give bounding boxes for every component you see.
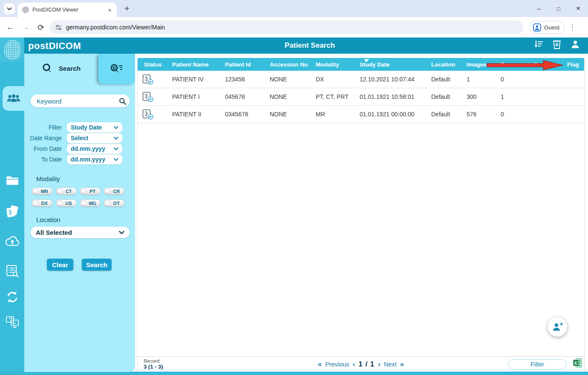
modality-toggle-mr[interactable]: MR [32,188,52,195]
browser-tab[interactable]: PostDICOM Viewer × [18,3,117,17]
filter-select[interactable]: Study Date [67,122,122,133]
record-label: Record [144,358,163,364]
images-stack-icon [5,205,20,219]
user-icon[interactable] [570,39,580,49]
page-title: Patient Search [285,41,335,50]
window-close-button[interactable]: × [568,4,588,13]
row-location: Default [425,106,460,123]
row-study-date: 01.01.1921 10:58:01 [353,88,425,105]
profile-avatar-icon [533,23,541,32]
reload-button[interactable]: ⟳ [33,23,49,32]
from-date-select[interactable]: dd.mm.yyyy [67,144,122,154]
cloud-upload-icon [5,235,20,247]
toggle-knob [33,188,38,194]
row-images: 576 [460,106,494,123]
location-value: All Selected [36,229,119,236]
add-patient-icon [552,322,563,332]
export-excel-button[interactable]: X [573,358,582,369]
row-documents-count: 1 [494,88,561,105]
tab-close-icon[interactable]: × [107,6,112,14]
row-modality: MR [309,106,353,123]
modality-label: Modality [36,175,60,182]
main-content: Status Patient Name Patient Id Accession… [135,54,588,372]
first-page-icon[interactable]: « [318,360,322,369]
row-accession-no: NONE [263,88,309,105]
share-screens-icon [6,316,19,329]
previous-button[interactable]: Previous [325,361,349,368]
forward-button[interactable]: → [18,23,33,32]
location-select[interactable]: All Selected [31,227,130,238]
profile-button[interactable]: Guest [529,21,565,34]
sidebar-item-upload[interactable] [0,232,24,251]
site-info-icon[interactable] [55,25,62,30]
table-row[interactable]: PATIENT IV 123456 NONE DX 12.10.2021 10:… [138,71,584,88]
sidebar-item-share-screen[interactable] [0,313,24,332]
new-tab-button[interactable]: + [121,3,133,14]
keyword-input[interactable] [31,95,130,107]
modality-toggle-cr[interactable]: CR [104,188,124,195]
sidebar-item-worklist[interactable] [0,262,24,280]
sidebar-item-folders[interactable] [0,171,24,190]
col-flag[interactable]: Flag [561,58,584,71]
worklist-search-icon [6,265,19,277]
sidebar-item-patients[interactable] [3,86,24,111]
row-location: Default [425,71,460,88]
col-accession-no[interactable]: Accession No [263,58,309,71]
col-patient-name[interactable]: Patient Name [166,58,219,71]
back-button[interactable]: ← [3,23,18,32]
table-row[interactable]: PATIENT I 045678 NONE PT, CT, PRT 01.01.… [138,88,584,106]
col-status[interactable]: Status [138,58,166,71]
page-indicator: 1 / 1 [358,360,375,369]
record-count: 3 (1 - 3) [144,364,163,370]
toggle-knob [57,200,63,206]
sidebar-item-studies[interactable] [0,202,24,221]
modality-toggle-us[interactable]: US [56,199,77,207]
tab-search-button[interactable] [4,3,15,14]
brain-logo-icon [4,40,21,60]
window-minimize-button[interactable]: – [529,5,549,12]
tab-search[interactable]: Search [24,54,98,84]
modality-toggle-ot[interactable]: OT [104,199,124,207]
url-bar[interactable]: germany.postdicom.com/Viewer/Main [49,20,523,34]
row-flag [561,106,584,123]
date-range-select[interactable]: Select [67,133,122,143]
last-page-icon[interactable]: » [400,360,404,369]
next-button[interactable]: Next [384,361,397,368]
next-page-icon[interactable]: › [378,360,380,369]
sort-descending-icon[interactable] [533,39,544,49]
row-study-date: 01.01.1921 00:00:00 [353,106,425,123]
to-date-row: To Date dd.mm.yyyy [24,154,122,164]
chevron-down-icon [114,158,118,161]
col-location[interactable]: Location [425,58,460,71]
tab-advanced-search[interactable] [98,54,135,84]
from-date-value: dd.mm.yyyy [71,145,114,152]
row-flag [561,71,584,88]
previous-page-icon[interactable]: ‹ [353,360,355,369]
browser-menu-button[interactable]: ⋮ [565,23,579,32]
window-maximize-button[interactable]: □ [549,6,568,12]
col-modality[interactable]: Modality [309,58,353,71]
modality-toggle-dx[interactable]: DX [32,199,52,207]
modality-toggle-pt[interactable]: PT [80,188,101,195]
keyword-search-icon[interactable] [119,98,127,105]
toggle-knob [105,188,110,194]
from-date-label: From Date [24,145,67,152]
col-study-date[interactable]: Study Date [353,58,425,71]
window-controls: – □ × [529,0,588,17]
clear-button[interactable]: Clear [47,259,73,271]
search-tab-label: Search [59,65,81,72]
sidebar-item-transfer[interactable] [0,288,24,306]
table-row[interactable]: PATIENT II 0345678 NONE MR 01.01.1921 00… [138,106,584,123]
row-accession-no: NONE [263,71,309,88]
add-patient-button[interactable] [548,317,567,337]
chevron-down-icon [7,7,12,11]
filter-button[interactable]: Filter [508,359,567,369]
modality-toggle-mg[interactable]: MG [80,199,101,207]
to-date-select[interactable]: dd.mm.yyyy [67,154,122,164]
search-button[interactable]: Search [82,259,112,271]
col-patient-id[interactable]: Patient Id [219,58,263,71]
recycle-bin-icon[interactable] [552,39,562,49]
row-accession-no: NONE [263,106,309,123]
modality-toggle-ct[interactable]: CT [56,188,77,195]
tab-title: PostDICOM Viewer [32,7,107,13]
